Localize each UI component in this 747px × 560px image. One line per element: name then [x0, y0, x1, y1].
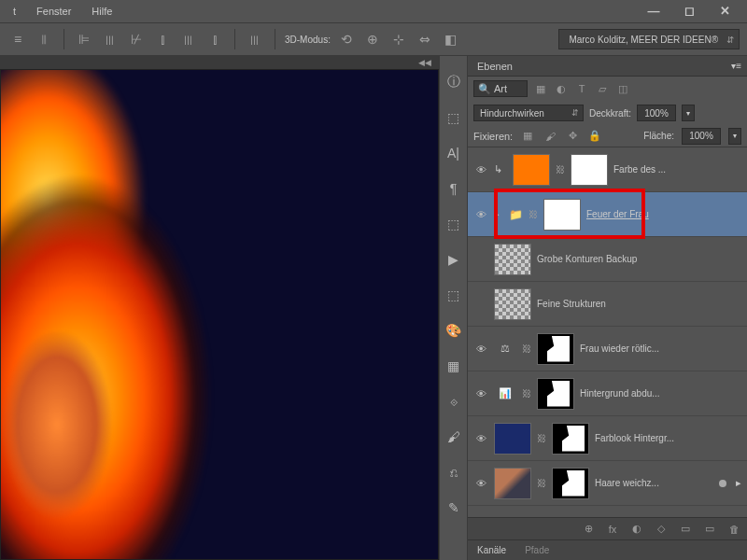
distribute-icon[interactable]: ⫿: [204, 29, 225, 49]
character-icon[interactable]: A|: [444, 144, 463, 162]
swatches-icon[interactable]: 🎨: [444, 321, 463, 340]
mask-thumb[interactable]: [552, 468, 589, 499]
tab-kanaele[interactable]: Kanäle: [468, 540, 515, 560]
navigator-icon[interactable]: ⟐: [444, 392, 463, 411]
align-right-icon[interactable]: ⊬: [126, 29, 147, 49]
panel-icon[interactable]: ⬚: [444, 108, 463, 127]
group-expand-icon[interactable]: ▸: [494, 208, 503, 220]
menu-item[interactable]: t: [4, 2, 25, 21]
new-group-icon[interactable]: ▭: [678, 523, 693, 535]
blend-mode-select[interactable]: Hindurchwirken: [473, 105, 584, 121]
lock-all-icon[interactable]: 🔒: [587, 129, 602, 144]
layer-name[interactable]: Frau wieder rötlic...: [580, 343, 741, 354]
actions-icon[interactable]: ▶: [444, 250, 463, 269]
workspace-select[interactable]: Marco Kolditz, MEER DER IDEEN®: [558, 29, 740, 49]
brushes-icon[interactable]: 🖌: [444, 427, 463, 446]
info-icon[interactable]: ⓘ: [444, 73, 463, 91]
filter-kind-select[interactable]: 🔍Art: [473, 80, 528, 97]
layer-row[interactable]: Feine Strukturen: [468, 282, 747, 327]
fx-icon[interactable]: fx: [605, 524, 620, 535]
mask-thumb[interactable]: [571, 154, 608, 186]
menu-fenster[interactable]: Fenster: [27, 2, 80, 21]
paragraph-icon[interactable]: ¶: [444, 179, 463, 198]
styles-icon[interactable]: ▦: [444, 357, 463, 375]
layer-name[interactable]: Feine Strukturen: [537, 299, 741, 309]
visibility-toggle[interactable]: 👁: [473, 476, 488, 491]
layer-name[interactable]: Feuer der Frau: [586, 209, 741, 219]
opacity-slider-arrow[interactable]: ▾: [682, 105, 695, 121]
fx-expand-icon[interactable]: ▸: [736, 477, 741, 489]
visibility-toggle[interactable]: [473, 297, 488, 312]
visibility-toggle[interactable]: 👁: [473, 431, 488, 446]
layer-name[interactable]: Farblook Hintergr...: [595, 433, 741, 443]
layer-name[interactable]: Farbe des ...: [613, 164, 741, 175]
lock-pixels-icon[interactable]: ▦: [520, 129, 535, 144]
3d-pan-icon[interactable]: ⊹: [388, 29, 409, 49]
adjustment-icon[interactable]: ◇: [654, 523, 669, 535]
mask-thumb[interactable]: [537, 333, 574, 365]
fx-indicator-icon[interactable]: [719, 480, 726, 487]
filter-shape-icon[interactable]: ▱: [595, 81, 610, 96]
visibility-toggle[interactable]: 👁: [473, 386, 488, 401]
tool-presets-icon[interactable]: ✎: [444, 498, 463, 517]
visibility-toggle[interactable]: [473, 252, 488, 267]
layer-thumb[interactable]: [494, 288, 531, 320]
fill-input[interactable]: 100%: [682, 128, 721, 145]
visibility-toggle[interactable]: 👁: [473, 207, 488, 222]
panel-menu-icon[interactable]: ▾≡: [731, 61, 741, 71]
layer-row[interactable]: 👁↳⛓Farbe des ...: [468, 147, 747, 192]
3d-slide-icon[interactable]: ⇔: [415, 29, 435, 49]
layer-row[interactable]: 👁⛓Farblook Hintergr...: [468, 416, 747, 461]
fill-slider-arrow[interactable]: ▾: [728, 128, 741, 145]
mask-thumb[interactable]: [552, 423, 589, 455]
distribute-icon[interactable]: ⫼: [178, 29, 199, 49]
layer-name[interactable]: Hintergrund abdu...: [580, 388, 741, 399]
layer-row[interactable]: 👁📊⛓Hintergrund abdu...: [468, 371, 747, 416]
panel-icon[interactable]: ⬚: [444, 286, 463, 304]
layer-row[interactable]: 👁⚖⛓Frau wieder rötlic...: [468, 327, 747, 371]
visibility-toggle[interactable]: 👁: [473, 162, 488, 177]
layer-row[interactable]: 👁⛓Haare weichz...▸: [468, 461, 747, 506]
layer-row[interactable]: Grobe Konturen Backup: [468, 237, 747, 282]
align-icon[interactable]: ≡: [7, 29, 28, 49]
3d-orbit-icon[interactable]: ⟲: [336, 29, 357, 49]
mask-thumb[interactable]: [543, 199, 581, 231]
filter-adjust-icon[interactable]: ◐: [554, 81, 569, 96]
link-layers-icon[interactable]: ⊕: [581, 523, 596, 535]
minimize-button[interactable]: —: [641, 2, 667, 19]
layer-row[interactable]: 👁▸📁⛓Feuer der Frau: [468, 192, 747, 237]
distribute-icon[interactable]: ⫿: [152, 29, 173, 49]
delete-layer-icon[interactable]: 🗑: [726, 524, 741, 535]
add-mask-icon[interactable]: ◐: [629, 523, 644, 535]
history-icon[interactable]: ⎌: [444, 463, 463, 482]
close-button[interactable]: ✕: [712, 2, 738, 19]
layer-thumb[interactable]: [494, 468, 531, 499]
filter-type-icon[interactable]: T: [574, 81, 589, 96]
maximize-button[interactable]: ◻: [676, 2, 702, 19]
visibility-toggle[interactable]: 👁: [473, 342, 488, 357]
menu-hilfe[interactable]: Hilfe: [82, 2, 121, 21]
align-left-icon[interactable]: ⊫: [74, 29, 94, 49]
layer-thumb[interactable]: [513, 154, 550, 186]
layer-thumb[interactable]: [494, 423, 531, 455]
filter-pixel-icon[interactable]: ▦: [533, 81, 548, 96]
filter-smart-icon[interactable]: ◫: [615, 81, 630, 96]
canvas[interactable]: [0, 69, 439, 560]
3d-roll-icon[interactable]: ⊕: [362, 29, 383, 49]
opacity-input[interactable]: 100%: [637, 105, 676, 121]
lock-paint-icon[interactable]: 🖌: [543, 129, 557, 144]
tab-pfade[interactable]: Pfade: [515, 540, 558, 560]
align-center-icon[interactable]: ⫼: [100, 29, 120, 49]
distribute-h-icon[interactable]: ⫼: [245, 29, 265, 49]
layer-thumb[interactable]: [494, 244, 531, 275]
align-icon[interactable]: ⫴: [34, 29, 54, 49]
mask-thumb[interactable]: [537, 378, 574, 410]
lock-move-icon[interactable]: ✥: [565, 129, 580, 144]
3d-camera-icon[interactable]: ◧: [441, 29, 461, 49]
layer-name[interactable]: Haare weichz...: [595, 478, 713, 488]
panel-icon[interactable]: ⬚: [444, 215, 463, 233]
new-layer-icon[interactable]: ▭: [702, 523, 717, 535]
layer-name[interactable]: Grobe Konturen Backup: [537, 254, 741, 264]
panel-tab-ebenen[interactable]: Ebenen ▾≡: [468, 56, 747, 77]
collapse-icon[interactable]: ◀◀: [418, 58, 431, 67]
